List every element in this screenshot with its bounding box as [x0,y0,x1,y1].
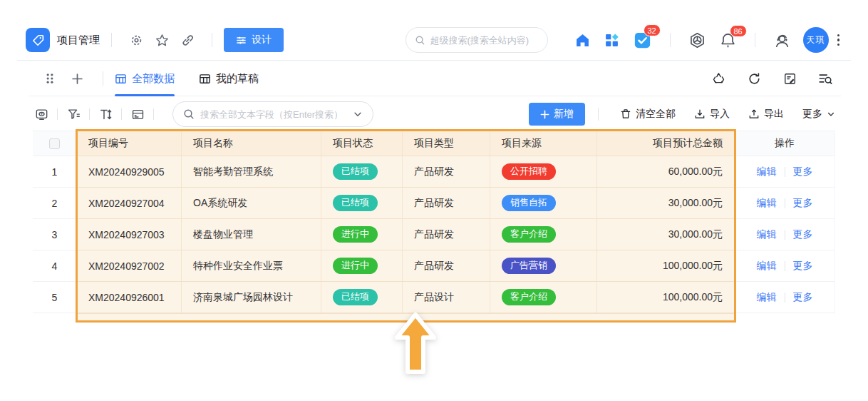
more-menu-kebab-icon[interactable] [835,31,843,49]
batch-edit-icon[interactable] [782,71,797,86]
row-index-cell[interactable]: 1 [33,156,77,188]
row-index-cell[interactable]: 4 [33,250,77,282]
export-label: 导出 [764,108,784,121]
row-height-sort-icon[interactable] [98,107,113,121]
tab-my-drafts[interactable]: 我的草稿 [199,61,259,96]
app-title: 项目管理 [57,34,100,47]
divider [785,261,785,271]
divider [57,108,58,120]
project-type-cell[interactable]: 产品设计 [403,282,490,313]
row-more-link[interactable]: 更多 [793,166,813,178]
row-index-cell[interactable]: 5 [33,282,77,313]
column-header-actions: 操作 [735,131,835,156]
divider [121,108,122,120]
refresh-icon[interactable] [747,71,761,86]
global-search-input[interactable] [430,35,530,46]
column-header-amount[interactable]: 项目预计总金额 [597,131,735,156]
filter-funnel-icon[interactable] [66,107,81,121]
project-amount-cell: 100,000.00元 [597,250,735,282]
row-actions-cell: 编辑更多 [735,250,835,282]
chevron-down-icon [827,110,835,118]
project-name-cell[interactable]: 智能考勤管理系统 [182,156,321,188]
project-code-cell[interactable]: XM20240926001 [77,282,182,313]
settings-gear-icon[interactable] [129,33,143,47]
global-search-box[interactable] [405,27,548,53]
table-search-input[interactable] [200,109,347,120]
edit-link[interactable]: 编辑 [757,291,777,304]
project-source-cell[interactable]: 客户介绍 [490,282,597,313]
add-view-plus-icon[interactable] [70,71,84,86]
row-index-cell[interactable]: 2 [33,188,77,219]
divider [111,33,112,47]
more-actions-button[interactable]: 更多 [802,108,835,121]
project-source-cell[interactable]: 广告营销 [490,250,597,282]
project-status-cell[interactable]: 已结项 [321,188,403,219]
column-header-type[interactable]: 项目类型 [403,131,490,156]
favorite-star-icon[interactable] [155,33,169,47]
edit-link[interactable]: 编辑 [757,260,777,273]
list-search-icon[interactable] [818,71,832,86]
project-source-cell[interactable]: 客户介绍 [490,219,597,250]
divider [755,33,755,47]
tab-all-data[interactable]: 全部数据 [115,61,175,96]
project-type-cell[interactable]: 产品研发 [403,156,490,188]
design-button-label: 设计 [252,34,272,46]
row-more-link[interactable]: 更多 [793,197,813,210]
apps-grid-icon[interactable] [604,33,619,48]
drag-grip-icon[interactable] [43,71,57,86]
project-name-cell[interactable]: OA系统研发 [182,188,321,219]
project-source-cell[interactable]: 销售自拓 [490,188,597,219]
column-header-source[interactable]: 项目来源 [490,131,597,156]
project-status-cell[interactable]: 已结项 [321,156,403,188]
project-status-cell[interactable]: 进行中 [321,219,403,250]
project-code-cell[interactable]: XM20240929005 [77,156,182,188]
project-status-cell[interactable]: 已结项 [321,282,403,313]
workflow-hexagon-icon[interactable] [689,32,706,49]
row-more-link[interactable]: 更多 [793,228,813,241]
edit-link[interactable]: 编辑 [757,228,777,241]
import-button[interactable]: 导入 [694,108,730,121]
export-button[interactable]: 导出 [748,108,784,121]
column-header-code[interactable]: 项目编号 [77,131,182,156]
project-type-cell[interactable]: 产品研发 [403,250,490,282]
row-index-cell[interactable]: 3 [33,219,77,250]
display-settings-icon[interactable] [34,107,48,121]
edit-link[interactable]: 编辑 [757,197,777,210]
project-name-cell[interactable]: 特种作业安全作业票 [182,250,321,282]
project-code-cell[interactable]: XM20240927004 [77,188,182,219]
project-name-cell[interactable]: 济南泉城广场园林设计 [182,282,321,313]
project-type-cell[interactable]: 产品研发 [403,219,490,250]
share-link-icon[interactable] [180,33,195,47]
app-logo-tag-icon[interactable] [26,28,50,52]
column-header-status[interactable]: 项目状态 [321,131,403,156]
row-more-link[interactable]: 更多 [793,291,813,304]
project-name-cell[interactable]: 楼盘物业管理 [182,219,321,250]
design-button[interactable]: 设计 [224,28,284,52]
select-all-checkbox[interactable] [49,138,60,149]
project-amount-cell: 30,000.00元 [597,219,735,250]
search-icon [415,35,425,46]
column-header-name[interactable]: 项目名称 [182,131,321,156]
top-header-bar: 项目管理 [17,20,851,61]
recycle-bin-icon[interactable] [711,71,725,86]
support-headset-icon[interactable] [774,32,790,49]
edit-link[interactable]: 编辑 [757,166,777,178]
todo-button[interactable]: 32 [634,31,651,49]
divider [103,71,103,86]
home-button[interactable] [575,33,590,48]
project-type-cell[interactable]: 产品研发 [403,188,490,219]
clear-all-button[interactable]: 清空全部 [620,108,676,121]
tab-label: 全部数据 [132,72,175,86]
project-code-cell[interactable]: XM20240927002 [77,250,182,282]
row-more-link[interactable]: 更多 [793,260,813,273]
notifications-bell-icon[interactable]: 86 [720,32,736,49]
add-record-button[interactable]: 新增 [529,103,585,126]
chevron-down-icon[interactable] [353,109,363,119]
divider [785,293,785,303]
table-search-box[interactable] [172,101,373,127]
user-avatar[interactable]: 天琪 [803,27,829,53]
project-code-cell[interactable]: XM20240927003 [77,219,182,250]
card-view-icon[interactable] [130,107,145,121]
project-status-cell[interactable]: 进行中 [321,250,403,282]
project-source-cell[interactable]: 公开招聘 [490,156,597,188]
